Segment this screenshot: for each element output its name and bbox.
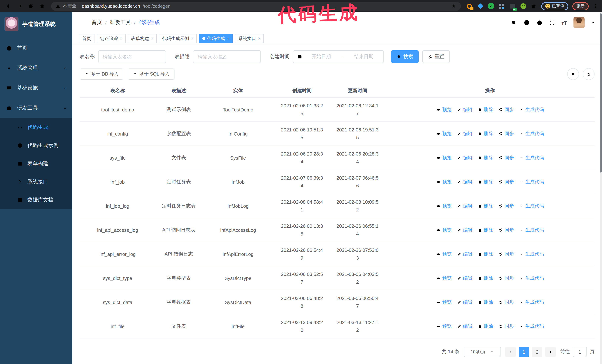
tab-trace[interactable]: 链路追踪×	[97, 34, 126, 43]
avatar[interactable]	[573, 17, 585, 28]
extension-check-icon[interactable]	[487, 3, 494, 10]
close-icon[interactable]: ×	[191, 36, 194, 41]
caret-down-icon[interactable]	[591, 20, 595, 25]
extensions-puzzle-icon[interactable]	[530, 3, 537, 10]
import-db-button[interactable]: 基于 DB 导入	[80, 69, 124, 80]
page-size-select[interactable]: 10条/页	[464, 347, 501, 357]
delete-link[interactable]: 删除	[478, 155, 493, 161]
sync-link[interactable]: 同步	[498, 251, 514, 257]
preview-link[interactable]: 预览	[436, 155, 452, 161]
delete-link[interactable]: 删除	[478, 299, 493, 305]
page-button-1[interactable]: 1	[519, 347, 529, 357]
close-icon[interactable]: ×	[151, 36, 153, 41]
preview-link[interactable]: 预览	[436, 131, 452, 137]
edit-link[interactable]: 编辑	[457, 227, 472, 233]
paused-extension-badge[interactable]: 已暂停	[541, 2, 568, 10]
preview-link[interactable]: 预览	[436, 179, 452, 185]
sidebar-item-infrastructure[interactable]: 基础设施	[0, 78, 72, 98]
tab-form-builder[interactable]: 表单构建×	[128, 34, 157, 43]
home-button[interactable]	[37, 1, 47, 11]
edit-link[interactable]: 编辑	[457, 275, 472, 281]
import-sql-button[interactable]: 基于 SQL 导入	[128, 69, 174, 80]
generate-code-link[interactable]: 生成代码	[519, 179, 544, 185]
sync-link[interactable]: 同步	[498, 155, 514, 161]
generate-code-link[interactable]: 生成代码	[519, 106, 544, 113]
sidebar-item-codegen[interactable]: 代码生成	[0, 118, 72, 136]
edit-link[interactable]: 编辑	[457, 131, 472, 137]
help-icon[interactable]	[536, 20, 543, 26]
start-date-placeholder[interactable]: 开始日期	[305, 53, 337, 60]
tab-system-api[interactable]: 系统接口×	[235, 34, 264, 43]
search-icon[interactable]	[511, 20, 517, 26]
extension-orange-icon[interactable]	[466, 3, 473, 10]
close-icon[interactable]: ×	[227, 36, 229, 41]
url-host[interactable]: dashboard.yudao.iocoder.cn	[82, 3, 140, 9]
url-path[interactable]: /tool/codegen	[143, 3, 171, 9]
security-label[interactable]: 不安全	[63, 3, 76, 9]
font-size-icon[interactable]: TT	[561, 20, 567, 25]
sidebar-item-home[interactable]: 首页	[0, 38, 72, 58]
tab-home[interactable]: 首页	[79, 34, 95, 43]
search-button[interactable]: 搜索	[391, 50, 419, 63]
scrollbar-thumb[interactable]	[600, 13, 602, 173]
generate-code-link[interactable]: 生成代码	[519, 323, 544, 329]
delete-link[interactable]: 删除	[478, 131, 493, 137]
goto-page-input[interactable]	[573, 347, 587, 357]
preview-link[interactable]: 预览	[436, 251, 452, 257]
sidebar-item-system-api[interactable]: 系统接口	[0, 173, 72, 191]
page-scrollbar[interactable]	[600, 12, 602, 364]
sync-link[interactable]: 同步	[498, 179, 514, 185]
breadcrumb-current[interactable]: 代码生成	[139, 19, 160, 26]
extension-dark-icon[interactable]: on	[509, 3, 516, 10]
app-logo-row[interactable]: 芋道管理系统	[0, 12, 72, 33]
sidebar-item-dev-tools[interactable]: 研发工具	[0, 98, 72, 118]
reload-button[interactable]	[26, 1, 36, 11]
sidebar-item-codegen-example[interactable]: 代码生成示例	[0, 136, 72, 154]
delete-link[interactable]: 删除	[478, 179, 493, 185]
preview-link[interactable]: 预览	[436, 203, 452, 209]
page-button-2[interactable]: 2	[532, 347, 542, 357]
refresh-table-button[interactable]	[583, 68, 595, 80]
tab-codegen-example[interactable]: 代码生成示例×	[159, 34, 197, 43]
sync-link[interactable]: 同步	[498, 131, 514, 137]
sync-link[interactable]: 同步	[498, 323, 514, 329]
generate-code-link[interactable]: 生成代码	[519, 227, 544, 233]
edit-link[interactable]: 编辑	[457, 323, 472, 329]
generate-code-link[interactable]: 生成代码	[519, 203, 544, 209]
preview-link[interactable]: 预览	[436, 227, 452, 233]
close-icon[interactable]: ×	[120, 36, 122, 41]
tab-codegen[interactable]: 代码生成×	[199, 34, 233, 43]
delete-link[interactable]: 删除	[478, 251, 493, 257]
sync-link[interactable]: 同步	[498, 106, 514, 113]
back-button[interactable]	[4, 1, 13, 11]
sidebar-item-db-doc[interactable]: 数据库文档	[0, 191, 72, 209]
bookmark-star-icon[interactable]	[451, 3, 456, 9]
generate-code-link[interactable]: 生成代码	[519, 155, 544, 161]
generate-code-link[interactable]: 生成代码	[519, 275, 544, 281]
fullscreen-icon[interactable]	[549, 20, 555, 26]
generate-code-link[interactable]: 生成代码	[519, 251, 544, 257]
preview-link[interactable]: 预览	[436, 323, 452, 329]
url-bar[interactable]: 不安全 dashboard.yudao.iocoder.cn/tool/code…	[51, 2, 461, 10]
edit-link[interactable]: 编辑	[457, 299, 472, 305]
edit-link[interactable]: 编辑	[457, 203, 472, 209]
delete-link[interactable]: 删除	[478, 203, 493, 209]
edit-link[interactable]: 编辑	[457, 179, 472, 185]
table-name-input[interactable]	[98, 50, 166, 63]
preview-link[interactable]: 预览	[436, 275, 452, 281]
breadcrumb-home[interactable]: 首页	[92, 19, 102, 26]
sync-link[interactable]: 同步	[498, 275, 514, 281]
next-page-button[interactable]	[545, 347, 556, 357]
breadcrumb-dev-tools[interactable]: 研发工具	[110, 19, 131, 26]
delete-link[interactable]: 删除	[478, 323, 493, 329]
forward-button[interactable]	[15, 1, 24, 11]
hamburger-icon[interactable]	[79, 19, 86, 26]
sidebar-item-form-builder[interactable]: 表单构建	[0, 154, 72, 173]
extension-grid-icon[interactable]	[498, 3, 505, 10]
end-date-placeholder[interactable]: 结束日期	[348, 53, 380, 60]
github-icon[interactable]	[523, 19, 530, 26]
delete-link[interactable]: 删除	[478, 275, 493, 281]
browser-menu-icon[interactable]	[593, 3, 598, 9]
reset-button[interactable]: 重置	[422, 50, 450, 63]
toggle-search-button[interactable]	[567, 68, 579, 80]
